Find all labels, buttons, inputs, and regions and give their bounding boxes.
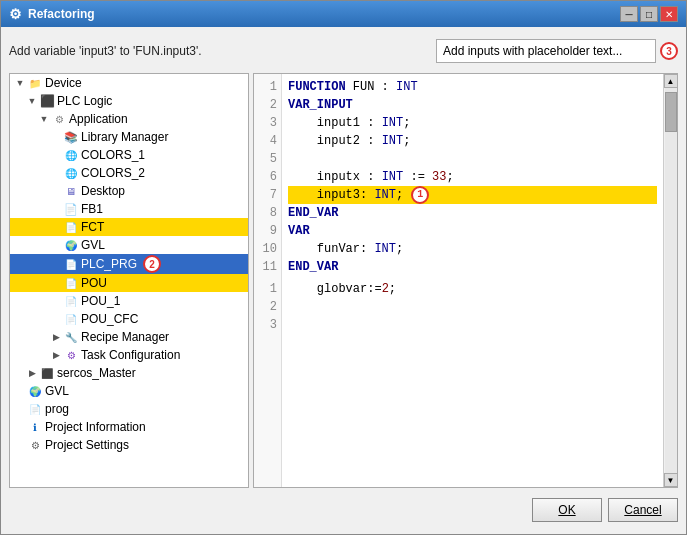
scroll-track[interactable] [665,88,677,473]
task-icon: ⚙ [63,347,79,363]
expand-sercos-icon: ▶ [26,367,38,379]
window-icon: ⚙ [9,6,22,22]
tree-label-desktop: Desktop [81,184,125,198]
projsettings-icon: ⚙ [27,437,43,453]
tree-item-pou1[interactable]: 📄 POU_1 [10,292,248,310]
dropdown-wrapper: Add inputs with placeholder text... Add … [436,39,678,63]
tree-label-pou1: POU_1 [81,294,120,308]
projinfo-icon: ℹ [27,419,43,435]
spacer-6 [50,221,62,233]
lib-icon: 📚 [63,129,79,145]
tree-item-recipemanager[interactable]: ▶ 🔧 Recipe Manager [10,328,248,346]
app-icon: ⚙ [51,111,67,127]
tree-item-pou[interactable]: 📄 POU [10,274,248,292]
code-line-2: VAR_INPUT [288,96,657,114]
tree-item-fct[interactable]: 📄 FCT [10,218,248,236]
plcprg-icon: 📄 [63,256,79,272]
tree-item-plcprg[interactable]: 📄 PLC_PRG 2 [10,254,248,274]
tree-label-plclogic: PLC Logic [57,94,112,108]
spacer-7 [50,239,62,251]
tree-item-gvl2[interactable]: 🌍 GVL [10,382,248,400]
pou-icon: 📄 [63,275,79,291]
tree-item-taskconfig[interactable]: ▶ ⚙ Task Configuration [10,346,248,364]
tree-label-pou: POU [81,276,107,290]
sercos-icon: ⬛ [39,365,55,381]
tree-item-fb1[interactable]: 📄 FB1 [10,200,248,218]
expand-plclogic-icon: ▼ [26,95,38,107]
code-line-9: VAR [288,222,657,240]
tree-item-desktop[interactable]: 🖥 Desktop [10,182,248,200]
scrollbar[interactable]: ▲ ▼ [663,74,677,487]
recipe-icon: 🔧 [63,329,79,345]
ln-7: 7 [254,186,281,204]
spacer-1 [50,131,62,143]
ln-5: 5 [254,150,281,168]
ok-button[interactable]: OK [532,498,602,522]
tree-item-projsettings[interactable]: ⚙ Project Settings [10,436,248,454]
header-description: Add variable 'input3' to 'FUN.input3'. [9,44,202,58]
footer-bar: OK Cancel [9,494,678,526]
cancel-button[interactable]: Cancel [608,498,678,522]
tree-item-sercos[interactable]: ▶ ⬛ sercos_Master [10,364,248,382]
code-content[interactable]: FUNCTION FUN : INT VAR_INPUT input1 : IN… [282,74,663,487]
tree-item-prog[interactable]: 📄 prog [10,400,248,418]
prog-icon: 📄 [27,401,43,417]
folder-icon: 📁 [27,75,43,91]
ln-2: 2 [254,96,281,114]
code-line-5 [288,150,657,168]
refactoring-window: ⚙ Refactoring ─ □ ✕ Add variable 'input3… [0,0,687,535]
colors1-icon: 🌐 [63,147,79,163]
annotation-1: 1 [411,186,429,204]
ln-3: 3 [254,114,281,132]
annotation-3: 3 [660,42,678,60]
scroll-thumb[interactable] [665,92,677,132]
tree-item-poucfc[interactable]: 📄 POU_CFC [10,310,248,328]
plc-icon: ⬛ [39,93,55,109]
spacer-4 [50,185,62,197]
tree-panel: ▼ 📁 Device ▼ ⬛ PLC Logic ▼ ⚙ Application [9,73,249,488]
spacer-15 [14,439,26,451]
minimize-button[interactable]: ─ [620,6,638,22]
tree-item-libmanager[interactable]: 📚 Library Manager [10,128,248,146]
scroll-down-btn[interactable]: ▼ [664,473,678,487]
spacer-14 [14,421,26,433]
ln-1: 1 [254,78,281,96]
spacer-10 [50,295,62,307]
code-line-10: funVar: INT; [288,240,657,258]
desktop-icon: 🖥 [63,183,79,199]
ln-4: 4 [254,132,281,150]
tree-item-colors1[interactable]: 🌐 COLORS_1 [10,146,248,164]
tree-item-colors2[interactable]: 🌐 COLORS_2 [10,164,248,182]
tree-item-plclogic[interactable]: ▼ ⬛ PLC Logic [10,92,248,110]
tree-label-colors2: COLORS_2 [81,166,145,180]
tree-item-projinfo[interactable]: ℹ Project Information [10,418,248,436]
fb1-icon: 📄 [63,201,79,217]
tree-label-application: Application [69,112,128,126]
spacer-5 [50,203,62,215]
ln-8: 8 [254,204,281,222]
window-title: Refactoring [28,7,95,21]
header-bar: Add variable 'input3' to 'FUN.input3'. A… [9,35,678,67]
scroll-up-btn[interactable]: ▲ [664,74,678,88]
ln-12: 1 [254,280,281,298]
tree-item-gvl[interactable]: 🌍 GVL [10,236,248,254]
mode-dropdown[interactable]: Add inputs with placeholder text... Add … [436,39,656,63]
gvl-icon: 🌍 [63,237,79,253]
title-bar-controls: ─ □ ✕ [620,6,678,22]
colors2-icon: 🌐 [63,165,79,181]
annotation-2: 2 [143,255,161,273]
tree-item-application[interactable]: ▼ ⚙ Application [10,110,248,128]
pou1-icon: 📄 [63,293,79,309]
expand-recipe-icon: ▶ [50,331,62,343]
code-line-14 [288,316,657,334]
close-button[interactable]: ✕ [660,6,678,22]
tree-item-device[interactable]: ▼ 📁 Device [10,74,248,92]
ln-11: 11 [254,258,281,276]
maximize-button[interactable]: □ [640,6,658,22]
main-split: ▼ 📁 Device ▼ ⬛ PLC Logic ▼ ⚙ Application [9,73,678,488]
code-line-8: END_VAR [288,204,657,222]
code-line-13 [288,298,657,316]
code-line-11: END_VAR [288,258,657,276]
title-bar-left: ⚙ Refactoring [9,6,95,22]
tree-label-colors1: COLORS_1 [81,148,145,162]
